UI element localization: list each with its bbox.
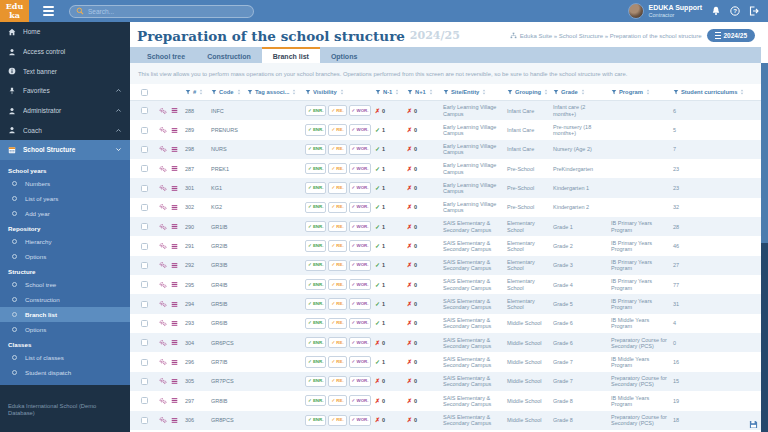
- sidebar-item-favorites[interactable]: Favorites: [0, 81, 130, 101]
- table-row-gr2ib[interactable]: 291GR2IB✓ ENR.✓ RE.✓ WOR.✓1✗0SAIS Elemen…: [130, 236, 761, 255]
- row-checkbox[interactable]: [141, 204, 148, 211]
- column-header-program[interactable]: Program: [608, 89, 670, 95]
- row-checkbox[interactable]: [141, 223, 148, 230]
- table-row-prenurs[interactable]: 289PRENURS✓ ENR.✓ RE.✓ WOR.✓1✗0Early Lea…: [130, 120, 761, 139]
- visibility-wor-button[interactable]: ✓ WOR.: [349, 105, 372, 116]
- sidebar-subitem-hierarchy[interactable]: Hierarchy: [0, 234, 130, 249]
- sidebar-item-school-structure[interactable]: School Structure: [0, 140, 130, 160]
- sidebar-subitem-list-of-years[interactable]: List of years: [0, 191, 130, 206]
- visibility-enr-button[interactable]: ✓ ENR.: [305, 240, 326, 251]
- details-list-icon[interactable]: [171, 301, 178, 308]
- visibility-re-button[interactable]: ✓ RE.: [328, 356, 346, 367]
- operations-icon[interactable]: [159, 339, 167, 347]
- visibility-wor-button[interactable]: ✓ WOR.: [349, 221, 372, 232]
- visibility-enr-button[interactable]: ✓ ENR.: [305, 260, 326, 271]
- visibility-wor-button[interactable]: ✓ WOR.: [349, 202, 372, 213]
- visibility-re-button[interactable]: ✓ RE.: [328, 318, 346, 329]
- sidebar-subitem-options[interactable]: Options: [0, 249, 130, 264]
- sidebar-subitem-student-dispatch[interactable]: Student dispatch: [0, 365, 130, 380]
- details-list-icon[interactable]: [171, 127, 178, 134]
- table-row-gr8pcs[interactable]: 306GR8PCS✓ ENR.✓ RE.✓ WOR.✗0✗0SAIS Eleme…: [130, 411, 761, 430]
- visibility-enr-button[interactable]: ✓ ENR.: [305, 376, 326, 387]
- visibility-wor-button[interactable]: ✓ WOR.: [349, 376, 372, 387]
- sidebar-subitem-branch-list[interactable]: Branch list: [0, 307, 130, 322]
- visibility-enr-button[interactable]: ✓ ENR.: [305, 105, 326, 116]
- row-checkbox[interactable]: [141, 359, 148, 366]
- visibility-enr-button[interactable]: ✓ ENR.: [305, 202, 326, 213]
- scrollbar-thumb[interactable]: [761, 63, 768, 243]
- save-icon[interactable]: [749, 420, 758, 429]
- operations-icon[interactable]: [159, 300, 167, 308]
- operations-icon[interactable]: [159, 223, 167, 231]
- visibility-re-button[interactable]: ✓ RE.: [328, 221, 346, 232]
- operations-icon[interactable]: [159, 145, 167, 153]
- operations-icon[interactable]: [159, 319, 167, 327]
- row-checkbox[interactable]: [141, 301, 148, 308]
- visibility-wor-button[interactable]: ✓ WOR.: [349, 298, 372, 309]
- visibility-wor-button[interactable]: ✓ WOR.: [349, 260, 372, 271]
- visibility-re-button[interactable]: ✓ RE.: [328, 105, 346, 116]
- operations-icon[interactable]: [159, 165, 167, 173]
- sidebar-subitem-add-year[interactable]: Add year: [0, 206, 130, 221]
- visibility-re-button[interactable]: ✓ RE.: [328, 376, 346, 387]
- table-row-gr1ib[interactable]: 290GR1IB✓ ENR.✓ RE.✓ WOR.✓1✗0SAIS Elemen…: [130, 217, 761, 236]
- row-checkbox[interactable]: [141, 107, 148, 114]
- operations-icon[interactable]: [159, 126, 167, 134]
- tab-construction[interactable]: Construction: [196, 47, 262, 63]
- visibility-enr-button[interactable]: ✓ ENR.: [305, 415, 326, 426]
- visibility-wor-button[interactable]: ✓ WOR.: [349, 124, 372, 135]
- sidebar-subitem-construction[interactable]: Construction: [0, 292, 130, 307]
- visibility-re-button[interactable]: ✓ RE.: [328, 202, 346, 213]
- operations-icon[interactable]: [159, 242, 167, 250]
- column-header-tag-associ[interactable]: Tag associ...: [244, 89, 302, 95]
- visibility-enr-button[interactable]: ✓ ENR.: [305, 221, 326, 232]
- sidebar-subitem-list-of-classes[interactable]: List of classes: [0, 350, 130, 365]
- logout-button[interactable]: [749, 6, 759, 16]
- details-list-icon[interactable]: [171, 397, 178, 404]
- visibility-enr-button[interactable]: ✓ ENR.: [305, 337, 326, 348]
- help-button[interactable]: [730, 6, 740, 16]
- column-header-code[interactable]: Code: [208, 89, 244, 95]
- operations-icon[interactable]: [159, 203, 167, 211]
- details-list-icon[interactable]: [171, 320, 178, 327]
- search-box[interactable]: [69, 5, 254, 18]
- column-header-site-entity[interactable]: Site/Entity: [440, 89, 504, 95]
- row-checkbox[interactable]: [141, 339, 148, 346]
- sidebar-subitem-options[interactable]: Options: [0, 322, 130, 337]
- details-list-icon[interactable]: [171, 417, 178, 424]
- tab-school-tree[interactable]: School tree: [136, 47, 196, 63]
- app-logo[interactable]: Edu ka: [0, 0, 29, 22]
- school-year-button[interactable]: 2024/25: [707, 29, 756, 42]
- visibility-wor-button[interactable]: ✓ WOR.: [349, 318, 372, 329]
- details-list-icon[interactable]: [171, 165, 178, 172]
- sidebar-item-home[interactable]: Home: [0, 22, 130, 42]
- table-row-gr7pcs[interactable]: 305GR7PCS✓ ENR.✓ RE.✓ WOR.✗0✗0SAIS Eleme…: [130, 372, 761, 391]
- table-row-kg2[interactable]: 302KG2✓ ENR.✓ RE.✓ WOR.✓1✗0Early Learnin…: [130, 198, 761, 217]
- details-list-icon[interactable]: [171, 359, 178, 366]
- menu-toggle-button[interactable]: [35, 6, 61, 16]
- visibility-wor-button[interactable]: ✓ WOR.: [349, 240, 372, 251]
- row-checkbox[interactable]: [141, 397, 148, 404]
- sidebar-subitem-school-tree[interactable]: School tree: [0, 277, 130, 292]
- visibility-re-button[interactable]: ✓ RE.: [328, 279, 346, 290]
- row-checkbox[interactable]: [141, 146, 148, 153]
- visibility-re-button[interactable]: ✓ RE.: [328, 144, 346, 155]
- visibility-enr-button[interactable]: ✓ ENR.: [305, 298, 326, 309]
- sidebar-subitem-numbers[interactable]: Numbers: [0, 176, 130, 191]
- select-all-checkbox[interactable]: [141, 89, 148, 96]
- table-row-gr5ib[interactable]: 294GR5IB✓ ENR.✓ RE.✓ WOR.✓1✗0SAIS Elemen…: [130, 294, 761, 313]
- visibility-enr-button[interactable]: ✓ ENR.: [305, 356, 326, 367]
- column-header-grouping[interactable]: Grouping: [504, 89, 550, 95]
- operations-icon[interactable]: [159, 107, 167, 115]
- table-row-kg1[interactable]: 301KG1✓ ENR.✓ RE.✓ WOR.✓1✗0Early Learnin…: [130, 178, 761, 197]
- visibility-wor-button[interactable]: ✓ WOR.: [349, 356, 372, 367]
- visibility-wor-button[interactable]: ✓ WOR.: [349, 163, 372, 174]
- table-row-gr6ib[interactable]: 293GR6IB✓ ENR.✓ RE.✓ WOR.✓1✗0SAIS Elemen…: [130, 314, 761, 333]
- details-list-icon[interactable]: [171, 107, 178, 114]
- table-row-gr3ib[interactable]: 292GR3IB✓ ENR.✓ RE.✓ WOR.✓1✗0SAIS Elemen…: [130, 256, 761, 275]
- table-row-prek1[interactable]: 287PREK1✓ ENR.✓ RE.✓ WOR.✓1✗0Early Learn…: [130, 159, 761, 178]
- sidebar-item-text-banner[interactable]: Text banner: [0, 61, 130, 81]
- row-checkbox[interactable]: [141, 281, 148, 288]
- visibility-wor-button[interactable]: ✓ WOR.: [349, 337, 372, 348]
- operations-icon[interactable]: [159, 416, 167, 424]
